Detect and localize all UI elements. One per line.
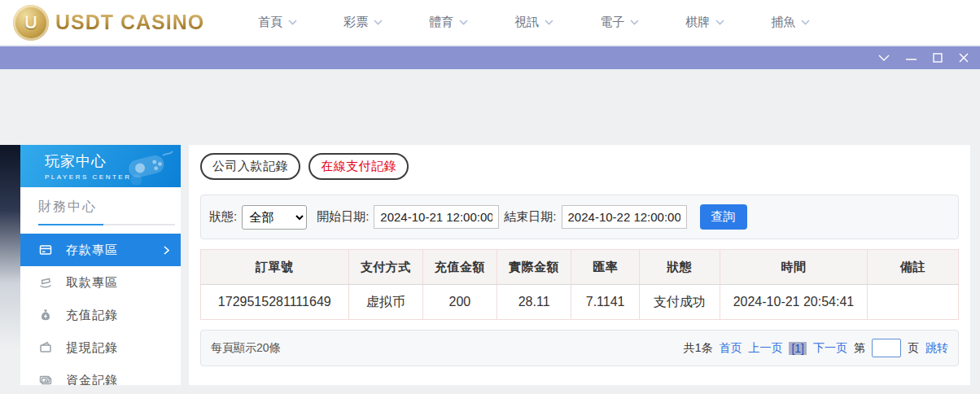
start-date-input[interactable] — [374, 205, 499, 229]
jump-suffix-label: 页 — [908, 341, 919, 356]
table-row: 1729515281111649 虚拟币 200 28.11 7.1141 支付… — [201, 285, 959, 320]
start-date-label: 開始日期: — [317, 209, 369, 225]
record-tabs: 公司入款記錄 在線支付記錄 — [200, 153, 959, 180]
finance-center-section: 財務中心 — [20, 187, 181, 225]
chevron-down-icon — [374, 20, 383, 25]
col-remark: 備註 — [868, 250, 959, 285]
prev-page-link[interactable]: 上一页 — [748, 341, 782, 356]
brand-logo: U USDT CASINO — [13, 5, 204, 41]
cell-remark — [868, 285, 959, 320]
end-date-input[interactable] — [562, 205, 687, 229]
page-jump-input[interactable] — [872, 339, 901, 357]
chevron-down-icon — [878, 55, 890, 62]
cell-order-number: 1729515281111649 — [201, 285, 349, 320]
wallet-icon — [38, 341, 53, 354]
maximize-icon — [933, 53, 943, 63]
sidebar-menu: 存款專區 取款專區 充值記錄 — [20, 234, 181, 385]
banknotes-icon — [38, 374, 53, 385]
window-titlebar — [0, 46, 980, 69]
page-size-text: 每頁顯示20條 — [211, 341, 281, 356]
window-minimize-button[interactable] — [906, 54, 917, 62]
tab-company-deposit-records[interactable]: 公司入款記錄 — [200, 153, 300, 180]
col-exchange-rate: 匯率 — [571, 250, 640, 285]
query-button[interactable]: 查詢 — [700, 204, 747, 230]
chevron-down-icon — [715, 20, 724, 25]
minimize-icon — [906, 54, 917, 62]
tab-online-payment-records[interactable]: 在線支付記錄 — [308, 153, 409, 180]
money-bag-icon — [38, 309, 53, 322]
col-time: 時間 — [720, 250, 868, 285]
main-panel: 公司入款記錄 在線支付記錄 狀態: 全部 開始日期: 結束日期: 查詢 — [189, 145, 970, 385]
cell-actual-amount: 28.11 — [497, 285, 571, 320]
brand-title: USDT CASINO — [55, 11, 204, 34]
table-header-row: 訂單號 支付方式 充值金額 實際金額 匯率 狀態 時間 備註 — [201, 250, 959, 285]
player-center-sidebar: 玩家中心 PLAYERS CENTER — [20, 145, 181, 385]
col-payment-method: 支付方式 — [348, 250, 422, 285]
top-header: U USDT CASINO 首頁 彩票 體育 視訊 電子 棋牌 捕魚 — [0, 0, 980, 46]
window-close-button[interactable] — [959, 53, 969, 63]
nav-item-home[interactable]: 首頁 — [258, 15, 297, 30]
section-divider-accent — [38, 224, 103, 225]
payment-records-table: 訂單號 支付方式 充值金額 實際金額 匯率 狀態 時間 備註 172951528… — [200, 249, 959, 320]
nav-item-sports[interactable]: 體育 — [429, 15, 468, 30]
chevron-right-icon — [164, 246, 169, 255]
cell-exchange-rate: 7.1141 — [571, 285, 640, 320]
sidebar-item-withdraw-zone[interactable]: 取款專區 — [20, 266, 181, 299]
nav-item-slots[interactable]: 電子 — [600, 15, 639, 30]
workspace: 玩家中心 PLAYERS CENTER — [0, 69, 980, 392]
finance-center-title: 財務中心 — [38, 199, 181, 216]
content-area: 玩家中心 PLAYERS CENTER — [20, 145, 970, 385]
window-maximize-button[interactable] — [933, 53, 943, 63]
chevron-down-icon — [630, 20, 639, 25]
chevron-down-icon — [801, 20, 810, 25]
total-count-text: 共1条 — [684, 341, 713, 356]
close-icon — [959, 53, 969, 63]
cell-time: 2024-10-21 20:54:41 — [720, 285, 868, 320]
status-select[interactable]: 全部 — [242, 205, 307, 230]
sidebar-item-deposit-zone[interactable]: 存款專區 — [20, 234, 181, 266]
col-recharge-amount: 充值金額 — [422, 250, 497, 285]
cell-status: 支付成功 — [640, 285, 720, 320]
coin-letter: U — [24, 12, 37, 33]
main-nav: 首頁 彩票 體育 視訊 電子 棋牌 捕魚 — [258, 15, 810, 30]
jump-prefix-label: 第 — [854, 341, 865, 356]
end-date-label: 結束日期: — [504, 209, 556, 225]
col-order-number: 訂單號 — [201, 250, 349, 285]
next-page-link[interactable]: 下一页 — [813, 341, 847, 356]
current-page-indicator: [1] — [789, 342, 807, 355]
sidebar-header: 玩家中心 PLAYERS CENTER — [20, 145, 181, 187]
nav-item-cards[interactable]: 棋牌 — [685, 15, 724, 30]
hand-money-icon — [38, 276, 53, 289]
sidebar-item-withdrawal-records[interactable]: 提現記錄 — [20, 331, 181, 364]
gamepad-icon — [122, 149, 174, 185]
sidebar-item-funds-records[interactable]: 資金記錄 — [20, 364, 181, 385]
nav-item-video[interactable]: 視訊 — [514, 15, 553, 30]
nav-item-fishing[interactable]: 捕魚 — [771, 15, 810, 30]
section-divider — [38, 224, 175, 225]
window-dropdown-button[interactable] — [878, 55, 890, 62]
usdt-coin-logo-icon: U — [13, 5, 49, 41]
pager-controls: 共1条 首页 上一页 [1] 下一页 第 页 跳转 — [684, 339, 948, 357]
jump-button[interactable]: 跳转 — [925, 341, 948, 356]
chevron-down-icon — [288, 20, 297, 25]
filter-bar: 狀態: 全部 開始日期: 結束日期: 查詢 — [200, 195, 959, 239]
sidebar-item-recharge-records[interactable]: 充值記錄 — [20, 299, 181, 331]
deposit-card-icon — [38, 243, 53, 256]
col-actual-amount: 實際金額 — [497, 250, 571, 285]
chevron-down-icon — [459, 20, 468, 25]
chevron-down-icon — [545, 20, 553, 25]
cell-payment-method: 虚拟币 — [348, 285, 422, 320]
pagination-bar: 每頁顯示20條 共1条 首页 上一页 [1] 下一页 第 页 跳转 — [200, 330, 959, 366]
nav-item-lottery[interactable]: 彩票 — [343, 15, 383, 30]
cell-recharge-amount: 200 — [422, 285, 497, 320]
first-page-link[interactable]: 首页 — [719, 341, 742, 356]
status-label: 狀態: — [209, 209, 237, 225]
col-status: 狀態 — [640, 250, 720, 285]
